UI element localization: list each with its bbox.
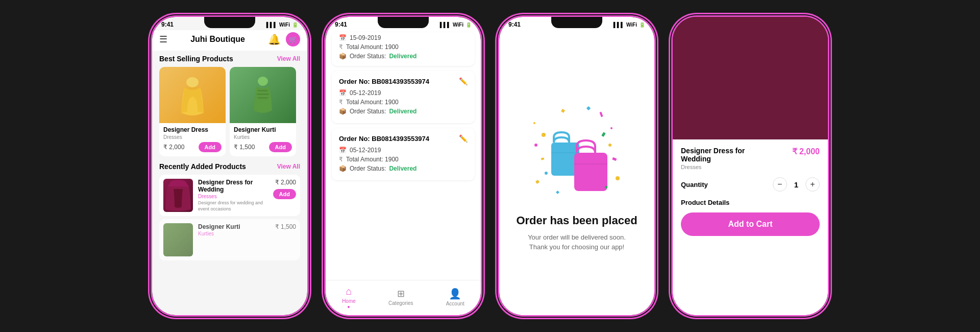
package-icon-0: 📦 [339, 53, 347, 60]
phone-2-orders: 9:41 ▌▌▌ WiFi 🔋 📅 15-09-2019 ₹ Total Amo… [324, 15, 482, 317]
order-card-2[interactable]: Order No: BB0814393553974 ✏️ 📅 05-12-201… [332, 128, 475, 180]
cart-button[interactable]: 🛒 [286, 32, 300, 46]
recent-right-2: ₹ 1,500 [275, 223, 296, 230]
product-detail-info: Designer Dress for Wedding ₹ 2,000 Dress… [673, 139, 828, 315]
cart-icon: 🛒 [289, 36, 297, 43]
quantity-controls: − 1 + [773, 177, 820, 192]
phone-4-product-detail: Designer Dress for Wedding ₹ 2,000 Dress… [671, 15, 829, 317]
quantity-decrease-button[interactable]: − [773, 177, 787, 192]
order-status-2: 📦 Order Status: Delivered [339, 165, 468, 172]
calendar-icon-1: 📅 [339, 89, 347, 97]
status-icons-2: ▌▌▌ WiFi 🔋 [440, 22, 472, 28]
header-icons: 🔔 🛒 [268, 32, 300, 46]
nav-categories[interactable]: ⊞ Categories [388, 288, 413, 306]
order-total-0: ₹ Total Amount: 1900 [339, 43, 468, 51]
status-badge-2: Delivered [389, 165, 416, 172]
order-status-0: 📦 Order Status: Delivered [339, 53, 468, 60]
recently-added-view-all[interactable]: View All [277, 163, 300, 170]
svg-rect-12 [612, 157, 617, 160]
order-header-1: Order No: BB0814393553974 ✏️ [339, 77, 468, 85]
svg-point-10 [608, 144, 611, 147]
order-date-1: 📅 05-12-2019 [339, 89, 468, 97]
product-category-1: Dresses [163, 134, 222, 140]
add-button-2[interactable]: Add [269, 142, 292, 152]
rupee-icon-1: ₹ [339, 99, 343, 106]
nav-account[interactable]: 👤 Account [446, 288, 464, 306]
product-bottom-1: ₹ 2,000 Add [163, 142, 222, 152]
nav-home[interactable]: ⌂ Home [342, 286, 356, 308]
recent-image-1 [163, 179, 193, 212]
svg-rect-4 [258, 97, 268, 99]
product-detail-price: ₹ 2,000 [792, 147, 820, 156]
menu-icon[interactable]: ☰ [159, 34, 167, 45]
add-to-cart-button[interactable]: Add to Cart [681, 212, 820, 236]
svg-rect-6 [574, 153, 607, 191]
order-date-2: 📅 05-12-2019 [339, 147, 468, 154]
order-placed-body: Order has been placed Your order will be… [499, 30, 654, 315]
product-price-1: ₹ 2,000 [163, 144, 184, 151]
svg-rect-18 [673, 17, 828, 139]
svg-rect-19 [687, 22, 732, 134]
bell-icon[interactable]: 🔔 [268, 33, 281, 45]
product-name-1: Designer Dress [163, 126, 222, 133]
rupee-icon-2: ₹ [339, 156, 343, 163]
order-card-1[interactable]: Order No: BB0814393553974 ✏️ 📅 05-12-201… [332, 71, 475, 123]
status-icons-3: ▌▌▌ WiFi 🔋 [614, 22, 645, 28]
product-category-2: Kurties [234, 134, 292, 140]
recent-add-button-1[interactable]: Add [273, 189, 296, 199]
phone-3-order-placed: 9:41 ▌▌▌ WiFi 🔋 [498, 15, 656, 317]
product-info-1: Designer Dress Dresses ₹ 2,000 Add [159, 123, 226, 156]
status-icons-1: ▌▌▌ WiFi 🔋 [266, 22, 298, 28]
best-selling-grid: Designer Dress Dresses ₹ 2,000 Add [159, 67, 300, 156]
calendar-icon-0: 📅 [339, 34, 347, 41]
status-time-1: 9:41 [161, 21, 174, 28]
svg-rect-20 [689, 25, 730, 132]
product-name-2: Designer Kurti [234, 126, 292, 133]
recent-price-1: ₹ 2,000 [275, 179, 296, 186]
product-card-1[interactable]: Designer Dress Dresses ₹ 2,000 Add [159, 67, 226, 156]
best-selling-view-all[interactable]: View All [277, 55, 300, 62]
recent-category-1: Dresses [198, 194, 268, 199]
bags-svg [531, 107, 623, 199]
package-icon-2: 📦 [339, 165, 347, 172]
product-info-2: Designer Kurti Kurties ₹ 1,500 Add [230, 123, 296, 156]
quantity-row: Quantity − 1 + [681, 177, 820, 192]
bottom-nav: ⌂ Home ⊞ Categories 👤 Account [326, 280, 481, 315]
quantity-increase-button[interactable]: + [805, 177, 820, 192]
status-time-3: 9:41 [508, 21, 521, 28]
product-bottom-2: ₹ 1,500 Add [234, 142, 292, 152]
edit-icon-1[interactable]: ✏️ [459, 77, 468, 85]
home-active-dot [348, 306, 350, 308]
calendar-icon-2: 📅 [339, 147, 347, 154]
product-image-1 [159, 67, 226, 123]
account-icon: 👤 [449, 288, 461, 300]
categories-icon: ⊞ [397, 288, 405, 299]
rupee-icon-0: ₹ [339, 43, 343, 51]
order-total-2: ₹ Total Amount: 1900 [339, 156, 468, 163]
svg-rect-2 [258, 90, 268, 91]
svg-point-11 [545, 172, 548, 175]
add-button-1[interactable]: Add [199, 142, 222, 152]
plus-icon: + [810, 180, 815, 189]
best-selling-header: Best Selling Products View All [159, 55, 300, 63]
recent-item-2[interactable]: Designer Kurti Kurties ₹ 1,500 [159, 219, 300, 260]
order-placed-subtitle: Your order will be delivered soon.Thank … [528, 232, 626, 252]
product-card-2[interactable]: Designer Kurti Kurties ₹ 1,500 Add [230, 67, 296, 156]
home-label: Home [342, 298, 356, 304]
recent-info-2: Designer Kurti Kurties [198, 223, 270, 238]
order-placed-title: Order has been placed [516, 214, 637, 227]
confetti-5 [610, 127, 612, 129]
svg-point-25 [774, 65, 777, 68]
edit-icon-2[interactable]: ✏️ [459, 134, 468, 143]
svg-rect-13 [541, 157, 545, 160]
product-detail-image [673, 17, 828, 139]
product-price-2: ₹ 1,500 [234, 144, 255, 151]
best-selling-section: Best Selling Products View All Designer … [152, 51, 307, 158]
best-selling-title: Best Selling Products [159, 55, 233, 63]
status-time-2: 9:41 [335, 21, 347, 28]
svg-point-22 [770, 22, 797, 42]
shopping-bags-illustration [531, 107, 623, 199]
recent-name-1: Designer Dress for Wedding [198, 179, 268, 193]
recent-item-1[interactable]: Designer Dress for Wedding Dresses Desig… [159, 175, 300, 216]
order-number-2: Order No: BB0814393553974 [339, 135, 429, 143]
